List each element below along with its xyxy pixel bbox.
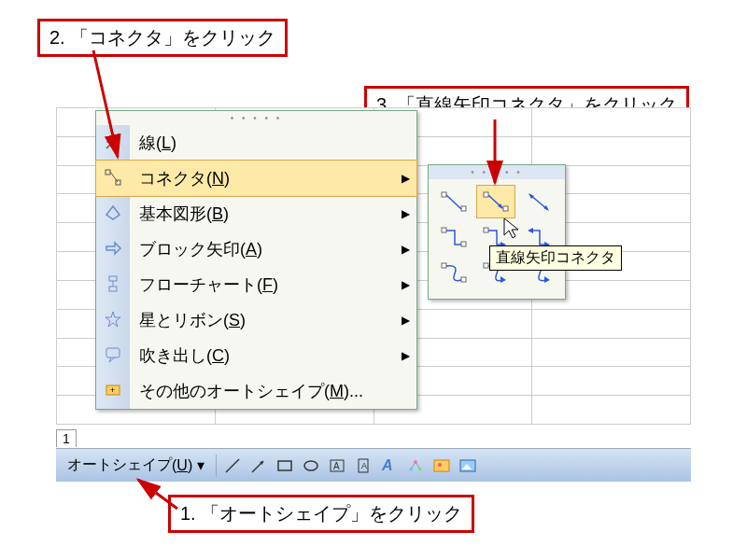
- connector-straight-double-arrow[interactable]: [519, 185, 558, 218]
- vertical-textbox-icon[interactable]: A: [353, 455, 374, 476]
- connector-submenu: • • • • •: [428, 164, 566, 300]
- svg-rect-24: [109, 276, 117, 281]
- menu-label: ブロック矢印: [139, 240, 240, 259]
- autoshape-label: オートシェイプ: [67, 455, 172, 475]
- menu-label: 吹き出し: [139, 346, 206, 365]
- connector-straight-arrow[interactable]: [476, 185, 515, 218]
- connector-elbow[interactable]: [434, 220, 473, 254]
- svg-line-23: [110, 172, 118, 182]
- picture-icon[interactable]: [458, 455, 478, 476]
- menu-label: コネクタ: [139, 169, 206, 188]
- drawing-toolbar: オートシェイプ(U) ▾ A A A: [56, 448, 691, 482]
- submenu-arrow-icon: ▶: [394, 278, 416, 291]
- menu-item-stars-ribbons[interactable]: 星とリボン(S) ▶: [96, 302, 416, 338]
- svg-point-4: [304, 461, 317, 470]
- menu-item-block-arrows[interactable]: ブロック矢印(A) ▶: [96, 231, 416, 267]
- svg-rect-25: [109, 287, 117, 291]
- svg-rect-34: [503, 206, 508, 211]
- svg-rect-27: [106, 348, 120, 357]
- callouts-icon: [104, 345, 122, 367]
- svg-marker-51: [544, 276, 550, 283]
- svg-rect-33: [484, 192, 488, 197]
- menu-item-connectors[interactable]: コネクタ(N) ▶: [96, 161, 416, 196]
- svg-marker-44: [528, 228, 533, 233]
- svg-text:+: +: [110, 385, 115, 395]
- menu-item-basic-shapes[interactable]: 基本図形(B) ▶: [96, 196, 416, 231]
- menu-label: 基本図形: [139, 204, 206, 223]
- svg-line-32: [446, 195, 461, 209]
- sheet-tab[interactable]: 1: [56, 427, 112, 448]
- menu-grip[interactable]: • • • • •: [96, 111, 416, 125]
- autoshape-menu: • • • • • 線(L) コネクタ(N) ▶ 基本図形(B) ▶ ブロック矢…: [95, 110, 417, 410]
- connector-curved[interactable]: [434, 256, 473, 289]
- clipart-icon[interactable]: [431, 455, 452, 476]
- svg-rect-41: [461, 242, 466, 246]
- submenu-grip[interactable]: • • • • •: [429, 165, 565, 179]
- oval-tool-icon[interactable]: [301, 455, 321, 476]
- sheet-tab-label: 1: [56, 429, 77, 447]
- svg-point-16: [438, 463, 442, 467]
- submenu-arrow-icon: ▶: [394, 314, 416, 327]
- menu-item-lines[interactable]: 線(L): [96, 125, 416, 161]
- svg-marker-49: [500, 276, 506, 283]
- svg-text:A: A: [381, 457, 393, 473]
- textbox-tool-icon[interactable]: A: [327, 455, 347, 476]
- menu-item-flowchart[interactable]: フローチャート(F) ▶: [96, 267, 416, 302]
- lines-icon: [104, 133, 122, 154]
- line-tool-icon[interactable]: [222, 455, 243, 476]
- svg-rect-30: [442, 192, 446, 197]
- arrow-tool-icon[interactable]: [248, 455, 269, 476]
- submenu-arrow-icon: ▶: [394, 243, 416, 256]
- rectangle-tool-icon[interactable]: [275, 455, 295, 476]
- svg-line-0: [226, 459, 239, 472]
- svg-line-13: [411, 462, 416, 469]
- svg-text:A: A: [361, 461, 367, 470]
- connectors-icon: [104, 168, 122, 189]
- menu-item-callouts[interactable]: 吹き出し(C) ▶: [96, 338, 416, 373]
- svg-rect-40: [442, 228, 446, 232]
- diagram-icon[interactable]: [405, 455, 426, 476]
- connector-straight[interactable]: [434, 185, 473, 218]
- menu-label: フローチャート: [139, 275, 257, 294]
- svg-rect-42: [484, 228, 488, 232]
- submenu-arrow-icon: ▶: [394, 349, 416, 362]
- menu-label: 線: [139, 133, 156, 152]
- svg-line-14: [416, 462, 420, 469]
- menu-label: その他のオートシェイプ: [139, 382, 324, 400]
- stars-icon: [104, 310, 122, 331]
- submenu-arrow-icon: ▶: [394, 172, 416, 185]
- svg-rect-46: [442, 263, 446, 268]
- svg-rect-31: [461, 206, 466, 211]
- menu-item-more-autoshapes[interactable]: + その他のオートシェイプ(M)...: [96, 373, 416, 409]
- svg-rect-48: [484, 263, 488, 268]
- svg-rect-15: [434, 460, 449, 471]
- block-arrows-icon: [104, 239, 122, 260]
- callout-step2: 2. 「コネクタ」をクリック: [37, 19, 288, 57]
- more-shapes-icon: +: [104, 381, 122, 402]
- wordart-icon[interactable]: A: [379, 455, 400, 476]
- svg-text:A: A: [333, 461, 340, 471]
- menu-label: 星とリボン: [139, 311, 223, 329]
- toolbar-divider: [216, 455, 217, 477]
- flowchart-icon: [104, 274, 122, 296]
- callout-step1: 1. 「オートシェイプ」をクリック: [168, 495, 474, 533]
- svg-rect-3: [278, 461, 291, 470]
- submenu-arrow-icon: ▶: [394, 207, 416, 220]
- autoshape-button[interactable]: オートシェイプ(U) ▾: [62, 454, 210, 477]
- basic-shapes-icon: [104, 203, 122, 225]
- svg-rect-47: [461, 277, 466, 282]
- connector-tooltip: 直線矢印コネクタ: [489, 245, 622, 271]
- autoshape-accel: U: [176, 457, 188, 474]
- svg-rect-21: [106, 170, 110, 175]
